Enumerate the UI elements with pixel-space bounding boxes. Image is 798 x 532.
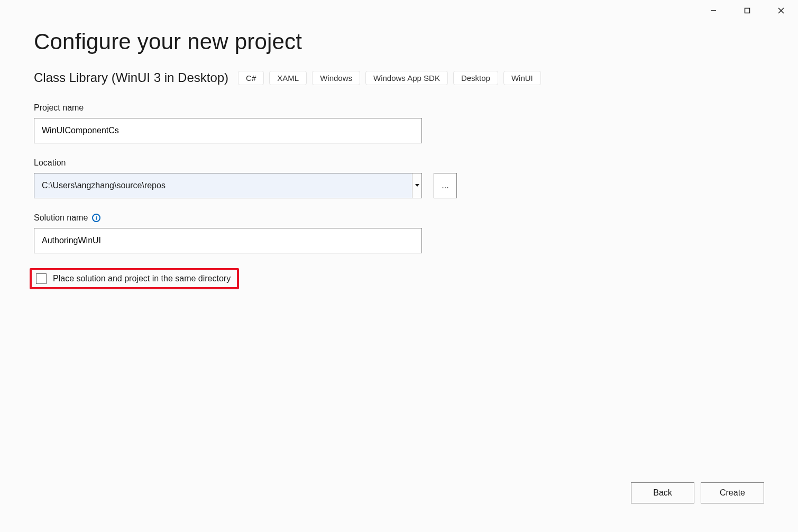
solution-name-label: Solution name: [34, 213, 88, 223]
info-icon[interactable]: i: [92, 214, 100, 222]
chevron-down-icon: [415, 184, 419, 187]
same-directory-row[interactable]: Place solution and project in the same d…: [30, 268, 239, 289]
same-directory-checkbox[interactable]: [36, 273, 47, 284]
solution-name-group: Solution name i: [34, 213, 764, 253]
project-name-label: Project name: [34, 103, 764, 113]
wizard-footer: Back Create: [631, 482, 764, 503]
project-name-input[interactable]: [34, 118, 422, 143]
tag-desktop: Desktop: [453, 71, 498, 85]
close-icon: [777, 7, 785, 14]
project-name-group: Project name: [34, 103, 764, 143]
template-tags: C# XAML Windows Windows App SDK Desktop …: [238, 71, 541, 85]
window-close-button[interactable]: [764, 0, 798, 21]
location-label: Location: [34, 158, 764, 168]
location-group: Location C:\Users\angzhang\source\repos …: [34, 158, 764, 198]
maximize-icon: [744, 7, 750, 14]
location-combobox[interactable]: C:\Users\angzhang\source\repos: [34, 173, 422, 198]
tag-windows: Windows: [312, 71, 360, 85]
window-minimize-button[interactable]: [696, 0, 730, 21]
minimize-icon: [710, 7, 717, 14]
create-button[interactable]: Create: [701, 482, 764, 503]
page-title: Configure your new project: [34, 29, 764, 54]
tag-app-sdk: Windows App SDK: [365, 71, 448, 85]
tag-winui: WinUI: [503, 71, 541, 85]
svg-rect-1: [745, 8, 750, 13]
window-maximize-button[interactable]: [730, 0, 764, 21]
browse-button[interactable]: ...: [434, 173, 457, 198]
solution-name-label-row: Solution name i: [34, 213, 764, 223]
back-button[interactable]: Back: [631, 482, 694, 503]
svg-marker-4: [415, 184, 419, 187]
location-dropdown-arrow[interactable]: [412, 173, 421, 198]
location-value: C:\Users\angzhang\source\repos: [34, 181, 412, 190]
tag-csharp: C#: [238, 71, 264, 85]
template-row: Class Library (WinUI 3 in Desktop) C# XA…: [34, 70, 764, 85]
template-name: Class Library (WinUI 3 in Desktop): [34, 70, 228, 85]
tag-xaml: XAML: [269, 71, 307, 85]
window-controls: [696, 0, 798, 21]
same-directory-label: Place solution and project in the same d…: [53, 274, 231, 283]
solution-name-input[interactable]: [34, 228, 422, 253]
